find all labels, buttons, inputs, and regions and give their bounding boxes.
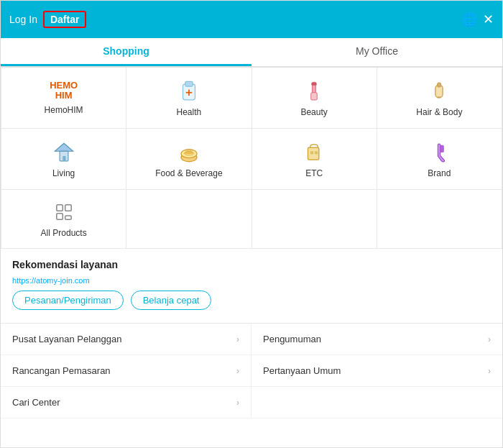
category-brand[interactable]: Brand — [377, 129, 502, 190]
beauty-icon — [302, 79, 326, 104]
watermark-url: https://atomy-join.com — [12, 276, 491, 285]
tab-shopping[interactable]: Shopping — [1, 38, 251, 66]
category-food-beverage[interactable]: Food & Beverage — [126, 129, 251, 190]
category-brand-label: Brand — [428, 168, 451, 178]
svg-rect-19 — [56, 205, 63, 211]
menu-pusat-layanan-label: Pusat Layanan Pelanggan — [12, 334, 122, 344]
menu-pusat-layanan[interactable]: Pusat Layanan Pelanggan › — [1, 324, 251, 355]
menu-pertanyaan[interactable]: Pertanyaan Umum › — [251, 355, 502, 387]
svg-marker-10 — [55, 143, 73, 151]
category-etc[interactable]: ETC — [252, 129, 377, 190]
svg-rect-6 — [312, 83, 317, 85]
category-etc-label: ETC — [305, 168, 323, 178]
rec-btn-belanja[interactable]: Belanja cepat — [131, 291, 212, 310]
globe-icon[interactable]: 🌐 — [461, 12, 477, 27]
menu-pengumuman-label: Pengumuman — [263, 334, 321, 344]
chevron-icon-rancangan: › — [236, 366, 239, 376]
chevron-icon-pusat: › — [236, 334, 239, 344]
all-products-icon — [52, 200, 76, 224]
category-grid-row2: Living Food & Beverage ETC — [1, 129, 502, 190]
recommendation-section: Rekomendasi layanan https://atomy-join.c… — [1, 249, 502, 317]
menu-empty — [251, 387, 502, 419]
category-all-products[interactable]: All Products — [1, 190, 126, 249]
menu-pengumuman[interactable]: Pengumuman › — [251, 324, 502, 355]
category-grid-bottom: All Products — [1, 190, 502, 249]
chevron-icon-cari: › — [236, 398, 239, 408]
header-icons: 🌐 ✕ — [461, 12, 494, 27]
close-icon[interactable]: ✕ — [483, 12, 494, 27]
recommendation-buttons: Pesanan/Pengiriman Belanja cepat — [12, 291, 491, 310]
rec-btn-pesanan[interactable]: Pesanan/Pengiriman — [12, 291, 124, 310]
category-hemohim[interactable]: HEMOHIM HemoHIM — [1, 68, 126, 129]
hair-body-icon — [427, 79, 451, 104]
chevron-icon-pengumuman: › — [488, 334, 491, 344]
empty-cell-1 — [126, 190, 251, 249]
all-products-label: All Products — [41, 228, 87, 238]
menu-rancangan-label: Rancangan Pemasaran — [12, 365, 111, 376]
category-living[interactable]: Living — [1, 129, 126, 190]
category-living-label: Living — [52, 168, 75, 178]
living-icon — [52, 140, 76, 165]
hemohim-logo: HEMOHIM — [50, 81, 78, 101]
etc-icon — [302, 140, 326, 165]
empty-cell-2 — [252, 190, 377, 249]
header: Log In Daftar 🌐 ✕ — [1, 1, 502, 38]
tab-my-office[interactable]: My Office — [251, 38, 502, 66]
svg-rect-1 — [185, 81, 193, 86]
category-beauty[interactable]: Beauty — [252, 68, 377, 129]
svg-rect-12 — [63, 156, 65, 161]
svg-rect-22 — [65, 216, 71, 219]
category-beauty-label: Beauty — [300, 107, 327, 117]
svg-rect-18 — [315, 151, 318, 154]
svg-rect-17 — [310, 151, 313, 154]
svg-point-9 — [437, 96, 442, 98]
brand-icon — [427, 140, 451, 165]
tabs-row: Shopping My Office — [1, 38, 502, 68]
menu-cari-center[interactable]: Cari Center › — [1, 387, 251, 419]
chevron-icon-pertanyaan: › — [488, 366, 491, 376]
category-hair-body[interactable]: Hair & Body — [377, 68, 502, 129]
food-beverage-icon — [177, 140, 201, 165]
empty-cell-3 — [377, 190, 502, 249]
menu-cari-center-label: Cari Center — [12, 397, 60, 408]
category-health[interactable]: Health — [126, 68, 251, 129]
svg-rect-20 — [65, 205, 71, 211]
health-icon — [177, 79, 201, 104]
menu-pertanyaan-label: Pertanyaan Umum — [263, 365, 341, 376]
category-hemohim-label: HemoHIM — [45, 105, 83, 115]
svg-rect-21 — [56, 214, 63, 220]
category-hair-body-label: Hair & Body — [416, 107, 462, 117]
daftar-button[interactable]: Daftar — [43, 11, 86, 28]
recommendation-title: Rekomendasi layanan — [12, 259, 491, 270]
svg-point-15 — [184, 151, 194, 156]
menu-rancangan[interactable]: Rancangan Pemasaran › — [1, 355, 251, 387]
menu-grid: Pusat Layanan Pelanggan › Pengumuman › R… — [1, 324, 502, 419]
category-grid: HEMOHIM HemoHIM Health Beauty — [1, 68, 502, 129]
svg-rect-5 — [311, 92, 318, 99]
login-button[interactable]: Log In — [9, 14, 37, 25]
category-health-label: Health — [177, 107, 202, 117]
category-food-beverage-label: Food & Beverage — [155, 168, 222, 178]
svg-rect-8 — [438, 83, 441, 87]
